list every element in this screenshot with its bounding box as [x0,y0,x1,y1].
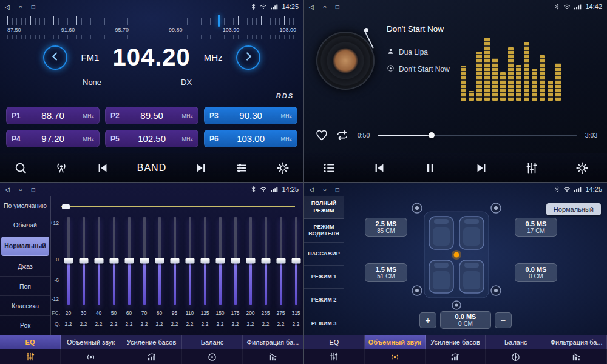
tab-icon-balance[interactable] [182,349,243,364]
delay-rear-right[interactable]: 0.0 MS 0 CM [515,263,557,282]
eq-slider-handle[interactable] [64,258,73,264]
eq-slider-handle[interactable] [215,258,225,264]
tab-surround[interactable]: Объёмный звук [61,335,121,349]
tab-icon-surround[interactable] [61,349,121,364]
tune-down-button[interactable] [43,46,67,70]
eq-slider-handle[interactable] [155,258,164,264]
mode-3[interactable]: РЕЖИМ 3 [304,312,344,335]
delay-rear-left[interactable]: 1.5 MS 51 CM [365,263,407,282]
eq-slider-handle[interactable] [231,258,240,264]
eq-band-column[interactable] [182,217,197,305]
settings-button[interactable] [276,161,290,175]
recents-icon[interactable]: □ [336,4,339,10]
eq-band-column[interactable] [91,217,106,305]
repeat-button[interactable] [336,129,349,142]
next-track-button[interactable] [475,161,488,175]
home-icon[interactable]: ○ [323,4,327,10]
radio-preset-p4[interactable]: P4 97.20 MHz [6,130,100,147]
previous-button[interactable] [96,161,109,175]
back-icon[interactable]: ◁ [309,4,314,10]
eq-slider-handle[interactable] [261,258,270,264]
tab-eq[interactable]: EQ [0,335,61,349]
eq-preset-default[interactable]: По умолчанию [0,196,50,215]
audio-settings-button[interactable] [235,161,248,175]
eq-preset-custom[interactable]: Обычай [0,215,50,235]
tab-icon-filtering[interactable] [243,349,304,364]
eq-slider-handle[interactable] [170,258,179,264]
eq-band-column[interactable] [243,217,258,305]
scan-button[interactable] [55,161,68,175]
eq-band-column[interactable] [121,217,137,305]
tab-icon-bass-boost[interactable] [121,349,182,364]
mode-1[interactable]: РЕЖИМ 1 [304,266,344,289]
increase-delay-button[interactable]: + [419,312,436,328]
mode-passenger[interactable]: ПАССАЖИР [304,243,344,266]
eq-preset-rock[interactable]: Рок [0,316,50,335]
eq-band-column[interactable] [197,217,212,305]
scroll-handle[interactable] [62,204,70,209]
eq-slider-handle[interactable] [94,258,103,264]
tab-surround[interactable]: Объёмный звук [365,335,426,349]
back-icon[interactable]: ◁ [309,186,314,193]
eq-band-column[interactable] [273,217,288,305]
back-icon[interactable]: ◁ [5,186,10,193]
tab-filtering[interactable]: Фильтрация ба... [243,335,304,349]
tab-filtering[interactable]: Фильтрация ба... [546,335,607,349]
radio-preset-p1[interactable]: P1 88.70 MHz [6,107,100,124]
recents-icon[interactable]: □ [336,186,339,193]
tab-icon-filtering[interactable] [546,349,607,364]
playlist-button[interactable] [322,161,336,175]
eq-band-column[interactable] [61,217,76,305]
favorite-button[interactable] [315,129,328,142]
progress-bar[interactable] [378,135,577,136]
eq-band-column[interactable] [288,217,304,305]
recents-icon[interactable]: □ [32,186,35,193]
tab-icon-eq[interactable] [0,349,61,364]
tune-up-button[interactable] [236,46,260,70]
eq-slider-handle[interactable] [276,258,285,264]
eq-preset-jazz[interactable]: Джаз [0,257,50,277]
eq-slider-handle[interactable] [246,258,255,264]
home-icon[interactable]: ○ [323,186,327,193]
home-icon[interactable]: ○ [19,186,22,193]
radio-preset-p5[interactable]: P5 102.50 MHz [105,130,198,147]
progress-knob[interactable] [429,132,435,138]
mode-driver[interactable]: РЕЖИМ ВОДИТЕЛЯ [304,219,344,242]
delay-front-right[interactable]: 0.5 MS 17 CM [515,218,557,237]
eq-slider-handle[interactable] [200,258,209,264]
tab-bass-boost[interactable]: Усиление басов [426,335,486,349]
eq-slider-handle[interactable] [109,258,118,264]
eq-band-column[interactable] [106,217,121,305]
home-icon[interactable]: ○ [19,4,22,10]
profile-button[interactable]: Нормальный [546,203,601,215]
eq-slider-handle[interactable] [140,258,149,264]
radio-preset-p2[interactable]: P2 89.50 MHz [105,107,198,124]
eq-band-column[interactable] [76,217,91,305]
eq-band-column[interactable] [167,217,182,305]
eq-slider-handle[interactable] [291,258,300,264]
eq-band-column[interactable] [228,217,243,305]
eq-slider-handle[interactable] [79,258,88,264]
mixer-button[interactable] [525,161,538,175]
eq-band-column[interactable] [152,217,167,305]
tab-bass-boost[interactable]: Усиление басов [121,335,182,349]
settings-button[interactable] [575,161,589,175]
tab-balance[interactable]: Баланс [486,335,546,349]
bands-scroll-slider[interactable] [61,204,295,209]
frequency-scale[interactable]: 87.5091.60 95.7099.80 103.90108.00 [7,16,296,41]
eq-band-column[interactable] [137,217,152,305]
recents-icon[interactable]: □ [32,4,35,10]
back-icon[interactable]: ◁ [5,4,10,10]
eq-slider-handle[interactable] [185,258,194,264]
band-button[interactable]: BAND [137,163,166,174]
next-button[interactable] [194,161,208,175]
tab-icon-balance[interactable] [486,349,546,364]
eq-preset-classic[interactable]: Классика [0,296,50,315]
tab-eq[interactable]: EQ [304,335,365,349]
radio-preset-p6[interactable]: P6 103.00 MHz [204,130,297,147]
eq-band-column[interactable] [212,217,228,305]
decrease-delay-button[interactable]: − [495,312,512,328]
tab-balance[interactable]: Баланс [182,335,243,349]
eq-preset-normal[interactable]: Нормальный [1,237,49,256]
tab-icon-surround[interactable] [365,349,426,364]
